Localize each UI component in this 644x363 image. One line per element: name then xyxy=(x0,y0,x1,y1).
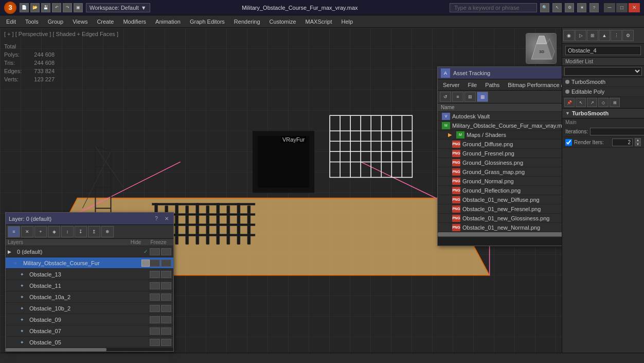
new-icon[interactable]: 📄 xyxy=(20,3,29,12)
render-iters-input[interactable] xyxy=(612,139,633,146)
asset-icon-table[interactable]: ▦ xyxy=(477,92,488,102)
rp-icon-grid[interactable]: ⊞ xyxy=(610,98,620,107)
hide-box[interactable] xyxy=(150,305,160,312)
view-icon[interactable]: ▣ xyxy=(74,3,83,12)
list-item[interactable]: PNG Ground_Fresnel.png Found xyxy=(438,149,562,158)
layer-scrollthumb[interactable] xyxy=(6,348,106,351)
menu-modifiers[interactable]: Modifiers xyxy=(119,16,150,27)
asset-menu-bitmap[interactable]: Bitmap Performance and Memory xyxy=(504,81,562,89)
asset-scrollthumb[interactable] xyxy=(438,232,562,236)
layer-icon-delete[interactable]: ✕ xyxy=(21,226,33,237)
hide-box[interactable] xyxy=(150,316,160,323)
freeze-box[interactable] xyxy=(161,327,171,335)
rp-icon-more[interactable]: ⋮ xyxy=(611,30,622,41)
save-icon[interactable]: 💾 xyxy=(41,3,50,12)
menu-edit[interactable]: Edit xyxy=(2,16,20,27)
list-item[interactable]: PNG Ground_Normal.png Found xyxy=(438,177,562,186)
modifier-list-dropdown[interactable] xyxy=(564,67,642,76)
asset-icon-refresh[interactable]: ↺ xyxy=(440,92,451,102)
list-item[interactable]: ✦ Obstacle_10a_2 xyxy=(6,291,173,303)
layer-icon-add[interactable]: + xyxy=(34,226,47,237)
asset-icon-thumbnail[interactable]: ⊞ xyxy=(464,92,476,102)
freeze-box[interactable] xyxy=(161,271,171,278)
hide-box[interactable] xyxy=(150,327,160,335)
layer-icon-moveup[interactable]: ↥ xyxy=(88,226,100,237)
asset-input-bar[interactable] xyxy=(438,236,562,246)
freeze-box[interactable] xyxy=(161,305,171,312)
layer-icon-select[interactable]: ◈ xyxy=(48,226,60,237)
rp-icon-hierarchy[interactable]: ⊞ xyxy=(587,30,598,41)
menu-graph-editors[interactable]: Graph Editors xyxy=(186,16,229,27)
list-item[interactable]: ✦ Obstacle_13 xyxy=(6,269,173,280)
list-item[interactable]: PNG Obstacle_01_new_Normal.png Found xyxy=(438,223,562,232)
rp-icon-utilities[interactable]: ▲ xyxy=(599,30,610,41)
asset-menu-file[interactable]: File xyxy=(463,81,481,89)
nav-cube[interactable]: 3D xyxy=(526,33,557,64)
asset-menu-server[interactable]: Server xyxy=(439,81,463,89)
list-item[interactable]: PNG Ground_Reflection.png Found xyxy=(438,186,562,195)
asset-scrollbar[interactable] xyxy=(438,232,562,236)
freeze-box[interactable] xyxy=(161,339,171,346)
asset-menu-paths[interactable]: Paths xyxy=(481,81,504,89)
menu-group[interactable]: Group xyxy=(44,16,68,27)
list-item[interactable]: ▶ M Maps / Shaders xyxy=(438,130,562,140)
search-input[interactable]: Type a keyword or phrase xyxy=(450,3,537,12)
rp-icon-cursor[interactable]: ↖ xyxy=(576,98,586,107)
rp-icon-pin[interactable]: 📌 xyxy=(564,98,575,107)
hide-box[interactable] xyxy=(150,339,160,346)
undo-icon[interactable]: ↶ xyxy=(52,3,61,12)
freeze-box[interactable] xyxy=(161,248,171,255)
hide-box[interactable] xyxy=(150,293,160,301)
spin-up[interactable]: ▲ xyxy=(635,138,641,142)
freeze-box[interactable] xyxy=(161,293,171,301)
object-name-input[interactable] xyxy=(565,46,641,55)
modifier-item-turbosmooth[interactable]: TurboSmooth xyxy=(562,77,644,87)
list-item[interactable]: PNG Ground_Glossiness.png Found xyxy=(438,158,562,167)
bookmark-icon[interactable]: ★ xyxy=(577,3,586,12)
list-item[interactable]: ✦ Obstacle_09 xyxy=(6,314,173,325)
list-item[interactable]: M Military_Obstacle_Course_Fur_max_vray.… xyxy=(438,121,562,130)
settings-icon[interactable]: ⚙ xyxy=(565,3,574,12)
layer-icon-move[interactable]: ↕ xyxy=(61,226,74,237)
viewport[interactable]: [ + ] [ Perspective ] [ Shaded + Edged F… xyxy=(0,28,562,363)
menu-create[interactable]: Create xyxy=(93,16,118,27)
rp-icon-display[interactable]: ◉ xyxy=(563,30,575,41)
list-item[interactable]: PNG Obstacle_01_new_Fresnel.png Found xyxy=(438,204,562,214)
rp-icon-motion[interactable]: ▷ xyxy=(575,30,586,41)
asset-icon-list[interactable]: ≡ xyxy=(452,92,463,102)
render-iters-checkbox[interactable] xyxy=(565,139,572,146)
freeze-box[interactable] xyxy=(161,316,171,323)
layer-close-icon[interactable]: ✕ xyxy=(163,215,170,222)
close-button[interactable]: ✕ xyxy=(629,3,640,12)
layer-help-icon[interactable]: ? xyxy=(153,215,160,222)
minimize-button[interactable]: ─ xyxy=(604,3,615,12)
hide-box[interactable] xyxy=(150,271,160,278)
list-item[interactable]: PNG Ground_Grass_map.png Found xyxy=(438,167,562,177)
freeze-box[interactable] xyxy=(161,260,171,267)
list-item[interactable]: ✦ Obstacle_10b_2 xyxy=(6,303,173,314)
layer-icon-movedown[interactable]: ↧ xyxy=(75,226,87,237)
hide-box[interactable] xyxy=(150,248,160,255)
modifier-item-editablepoly[interactable]: Editable Poly xyxy=(562,87,644,97)
layer-icon-layers[interactable]: ≡ xyxy=(8,226,20,237)
maximize-button[interactable]: □ xyxy=(616,3,628,12)
spin-down[interactable]: ▼ xyxy=(635,142,641,146)
rp-icon-shape[interactable]: ◇ xyxy=(598,98,609,107)
menu-views[interactable]: Views xyxy=(68,16,92,27)
list-item[interactable]: ▶ 0 (default) ✓ xyxy=(6,246,173,257)
menu-animation[interactable]: Animation xyxy=(151,16,185,27)
list-item[interactable]: ✦ Obstacle_05 xyxy=(6,337,173,348)
rp-icon-arrow[interactable]: ↗ xyxy=(587,98,597,107)
layer-icon-unfreeze[interactable]: ❄ xyxy=(101,226,114,237)
rp-icon-settings[interactable]: ⚙ xyxy=(622,30,634,41)
list-item[interactable]: ✦ Obstacle_11 xyxy=(6,280,173,291)
menu-maxscript[interactable]: MAXScript xyxy=(301,16,336,27)
search-icon[interactable]: 🔍 xyxy=(540,3,549,12)
hide-box[interactable] xyxy=(150,282,160,289)
open-icon[interactable]: 📂 xyxy=(30,3,40,12)
freeze-box[interactable] xyxy=(161,282,171,289)
list-item[interactable]: ■ Military_Obstacle_Course_Fur xyxy=(6,257,173,269)
menu-help[interactable]: Help xyxy=(337,16,357,27)
help-icon[interactable]: ? xyxy=(589,3,599,12)
layer-scrollbar[interactable] xyxy=(6,348,173,351)
